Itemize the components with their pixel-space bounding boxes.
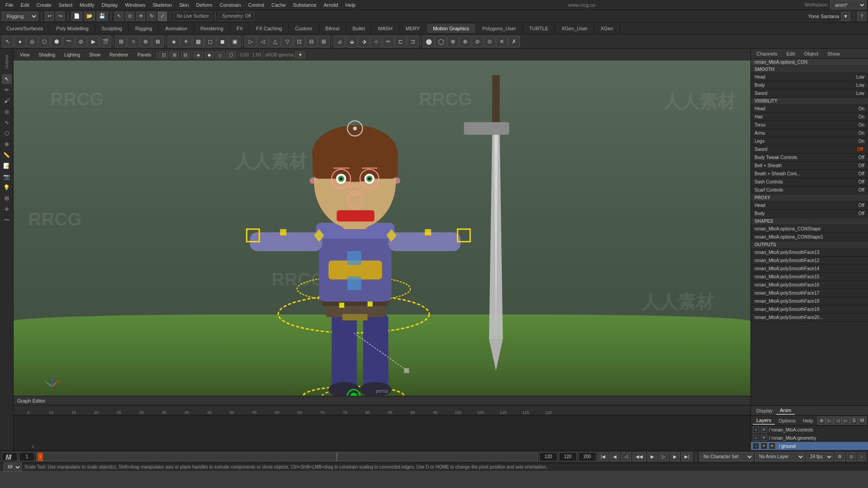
extra-btn2[interactable]: ◯ (435, 36, 447, 47)
tab-rendering[interactable]: Rendering (194, 24, 230, 33)
layer-mute-btn[interactable]: M (858, 417, 866, 425)
add-layer-button[interactable]: ⊕ (817, 417, 826, 425)
paint-btn[interactable]: ● (14, 36, 26, 47)
tab-fx[interactable]: FX (230, 24, 250, 33)
cache-menu[interactable]: Cache (268, 1, 289, 9)
locator-icon[interactable]: ✛ (2, 204, 12, 214)
layer-p-check-3[interactable]: P (761, 443, 767, 449)
anim-prefs-btn[interactable]: ⊙ (846, 452, 856, 461)
help-subtab[interactable]: Help (799, 417, 817, 424)
vp-cam-btn2[interactable]: ⊞ (170, 52, 179, 58)
tab-animation[interactable]: Animation (159, 24, 194, 33)
layer-options-button[interactable]: ▷ (826, 417, 834, 425)
tab-custom[interactable]: Custom (289, 24, 319, 33)
cb-output-4[interactable]: ronan_MtoA:polySmoothFace15 (751, 273, 868, 281)
cb-output-6[interactable]: ronan_MtoA:polySmoothFace17 (751, 289, 868, 297)
select-icon[interactable]: ↖ (2, 74, 12, 84)
user-settings-button[interactable]: ▼ (841, 12, 850, 21)
tab-sculpting[interactable]: Sculpting (95, 24, 129, 33)
edit-menu[interactable]: Edit (17, 1, 33, 9)
extra-btn4[interactable]: ⊗ (459, 36, 471, 47)
layer-p-check-1[interactable]: P (761, 427, 767, 433)
cb-output-2[interactable]: ronan_MtoA:polySmoothFace12 (751, 257, 868, 265)
audio-btn[interactable]: ♪ (858, 452, 866, 461)
extra-btn7[interactable]: ✕ (496, 36, 508, 47)
timeline-scrubber[interactable]: 1 (36, 452, 538, 461)
cb-sword-smooth[interactable]: Sword Low (751, 89, 868, 98)
vp-shading-btn3[interactable]: ◇ (216, 52, 225, 58)
edit-tab[interactable]: Edit (783, 50, 797, 57)
cb-shape-1[interactable]: ronan_MtoA:options_CONShape (751, 225, 868, 233)
show-tab[interactable]: Show (85, 52, 104, 58)
save-scene-button[interactable]: 💾 (97, 12, 108, 21)
cb-sash-controls[interactable]: Sash Controls Off (751, 178, 868, 186)
textured-btn[interactable]: ▣ (229, 36, 241, 47)
play-back-button[interactable]: ◀◀ (632, 452, 646, 461)
tab-mash[interactable]: MASH (372, 24, 399, 33)
shading-tab[interactable]: Shading (35, 52, 59, 58)
layer-solo-btn[interactable]: S (850, 417, 858, 425)
viewport-panel[interactable]: RRCG 人人素材 RRCG 人人素材 RRCG RRCG 人人素材 RRCG … (14, 49, 750, 450)
tool-btn3[interactable]: ⬗ (358, 36, 370, 47)
anim-layer-dropdown[interactable]: No Anim Layer (755, 452, 805, 461)
cb-torso-vis[interactable]: Torso On (751, 121, 868, 129)
show-cb-tab[interactable]: Show (825, 50, 843, 57)
prev-key-button[interactable]: ◁ (621, 452, 631, 461)
view-tab[interactable]: View (16, 52, 33, 58)
control-menu[interactable]: Control (245, 1, 268, 9)
annotation-icon[interactable]: 📝 (2, 161, 12, 171)
tab-bullet[interactable]: Bullet (346, 24, 372, 33)
vp-cam-btn3[interactable]: ⊟ (181, 52, 190, 58)
modify-menu[interactable]: Modify (76, 1, 98, 9)
camera-icon[interactable]: 📷 (2, 172, 12, 182)
vp-cam-btn1[interactable]: ⊡ (159, 52, 168, 58)
move-tool-button[interactable]: ✛ (136, 12, 145, 21)
constrain-menu[interactable]: Constrain (216, 1, 245, 9)
curve-tool-icon[interactable]: ∿ (2, 117, 12, 127)
layer-v-check-2[interactable]: V (753, 435, 759, 441)
tab-xgen-user[interactable]: XGen_User (555, 24, 594, 33)
jump-start-button[interactable]: |◀ (598, 452, 609, 461)
cb-belt-sheath[interactable]: Belt + Sheath Off (751, 162, 868, 170)
cb-shape-2[interactable]: ronan_MtoA:options_CONShape1 (751, 233, 868, 241)
redo-button[interactable]: ↪ (56, 12, 65, 21)
vp-shading-btn4[interactable]: ⬡ (226, 52, 236, 58)
cb-output-7[interactable]: ronan_MtoA:polySmoothFace18 (751, 297, 868, 305)
component-btn3[interactable]: △ (269, 36, 281, 47)
grid-icon[interactable]: ⊞ (2, 193, 12, 203)
lighting-tab[interactable]: Lighting (61, 52, 84, 58)
extra-btn1[interactable]: ⬤ (423, 36, 434, 47)
snap-curve-btn[interactable]: ⌗ (127, 36, 139, 47)
component-btn5[interactable]: ⊡ (293, 36, 305, 47)
frame-end-input[interactable] (539, 452, 557, 461)
layers-subtab[interactable]: Layers (753, 417, 775, 425)
tab-fx-caching[interactable]: FX Caching (250, 24, 288, 33)
snap-grid-btn[interactable]: ⊞ (115, 36, 127, 47)
current-frame-start[interactable] (19, 452, 35, 461)
tab-mery[interactable]: MERY (399, 24, 427, 33)
cb-head-smooth[interactable]: Head Low (751, 73, 868, 81)
character-set-dropdown[interactable]: No Character Set (699, 452, 754, 461)
help-button[interactable]: ? (857, 12, 866, 21)
wireframe-btn[interactable]: ◻ (204, 36, 216, 47)
extra-btn8[interactable]: ✗ (508, 36, 520, 47)
windows-menu[interactable]: Windows (122, 1, 149, 9)
select-mode-btn[interactable]: ↖ (2, 36, 14, 47)
measure-icon[interactable]: 📏 (2, 150, 12, 160)
curve-btn[interactable]: 〜 (63, 36, 75, 47)
tool-btn6[interactable]: ⊏ (395, 36, 406, 47)
module-dropdown[interactable]: Rigging (2, 12, 38, 21)
tab-turtle[interactable]: TURTLE (523, 24, 555, 33)
tool-btn2[interactable]: ⬙ (346, 36, 358, 47)
cb-legs-vis[interactable]: Legs On (751, 137, 868, 145)
component-btn6[interactable]: ⊟ (306, 36, 317, 47)
tab-xgen[interactable]: XGen (594, 24, 620, 33)
object-tab[interactable]: Object (801, 50, 821, 57)
tab-polygons-user[interactable]: Polygons_User (476, 24, 523, 33)
mel-python-toggle[interactable]: MEL (4, 463, 22, 472)
tab-poly-modelling[interactable]: Poly Modelling (50, 24, 95, 33)
cb-output-8[interactable]: ronan_MtoA:polySmoothFace19 (751, 305, 868, 314)
light-btn[interactable]: ☀ (180, 36, 192, 47)
anim-btn[interactable]: ▶ (87, 36, 99, 47)
cb-beath-cont[interactable]: Beath + Sheath Cont... Off (751, 170, 868, 178)
